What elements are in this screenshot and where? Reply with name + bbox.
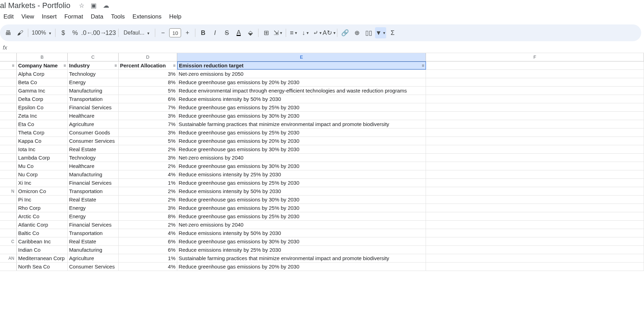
increase-font-icon[interactable]: +	[182, 27, 193, 38]
cell[interactable]: Reduce emissions intensity by 50% by 203…	[177, 229, 426, 237]
cell[interactable]: Pi Inc	[17, 196, 68, 204]
bold-icon[interactable]: B	[197, 27, 209, 38]
cell[interactable]: Reduce greenhouse gas emissions by 30% b…	[177, 112, 426, 120]
cell[interactable]: Reduce greenhouse gas emissions by 25% b…	[177, 179, 426, 187]
cell[interactable]: Reduce greenhouse gas emissions by 25% b…	[177, 128, 426, 137]
header-percent-allocation[interactable]: Percent Allocation≡	[119, 61, 177, 69]
cell[interactable]	[426, 103, 644, 111]
cell[interactable]: Reduce environmental impact through ener…	[177, 87, 426, 95]
cell[interactable]: Zeta Inc	[17, 112, 68, 120]
formula-bar[interactable]: fx	[0, 43, 644, 53]
cell[interactable]	[426, 229, 644, 237]
cell[interactable]	[426, 204, 644, 212]
text-wrap-icon[interactable]: ⤶ ▼	[312, 27, 323, 38]
menu-help[interactable]: Help	[166, 12, 185, 22]
cell[interactable]: Sustainable farming practices that minim…	[177, 120, 426, 128]
cell[interactable]: Reduce greenhouse gas emissions by 25% b…	[177, 212, 426, 220]
cell[interactable]: 3%	[119, 128, 177, 137]
cell[interactable]: Financial Services	[68, 221, 119, 229]
cell[interactable]	[426, 162, 644, 170]
cell[interactable]: Real Estate	[68, 237, 119, 245]
cell[interactable]: Real Estate	[68, 196, 119, 204]
filter-dropdown-icon[interactable]: ≡	[63, 63, 66, 68]
header-company-name[interactable]: Company Name≡	[17, 61, 68, 69]
cell[interactable]: 6%	[119, 237, 177, 245]
cell[interactable]: 1%	[119, 254, 177, 262]
percent-icon[interactable]: %	[69, 27, 81, 38]
row-number[interactable]	[0, 103, 17, 111]
font-family-dropdown[interactable]: Defaul... ▼	[121, 30, 153, 36]
row-number[interactable]: C	[0, 237, 17, 245]
row-number[interactable]	[0, 246, 17, 254]
cell[interactable]	[426, 221, 644, 229]
cell[interactable]	[426, 145, 644, 153]
cell[interactable]	[426, 187, 644, 195]
filter-icon[interactable]: ▼ ▼	[375, 27, 386, 38]
cell[interactable]: Gamma Inc	[17, 87, 68, 95]
cell[interactable]: Manufacturing	[68, 87, 119, 95]
row-number[interactable]	[0, 78, 17, 86]
cell[interactable]: Baltic Co	[17, 229, 68, 237]
cell[interactable]: Eta Co	[17, 120, 68, 128]
cell[interactable]: 2%	[119, 145, 177, 153]
functions-icon[interactable]: Σ	[387, 27, 398, 38]
cell[interactable]	[426, 87, 644, 95]
cloud-status-icon[interactable]: ☁	[103, 2, 109, 9]
cell[interactable]	[426, 170, 644, 178]
cell[interactable]: Alpha Corp	[17, 70, 68, 78]
cell[interactable]: Consumer Goods	[68, 128, 119, 137]
cell[interactable]: Technology	[68, 154, 119, 162]
select-all-corner[interactable]	[0, 53, 17, 61]
cell[interactable]: Mediterranean Corp	[17, 254, 68, 262]
cell[interactable]: Agriculture	[68, 254, 119, 262]
cell[interactable]: Net-zero emissions by 2050	[177, 70, 426, 78]
text-rotation-icon[interactable]: A↻ ▼	[324, 27, 335, 38]
cell[interactable]: Omicron Co	[17, 187, 68, 195]
cell[interactable]: Net-zero emissions by 2040	[177, 154, 426, 162]
header-empty[interactable]	[426, 61, 644, 69]
row-number[interactable]: N	[0, 187, 17, 195]
row-number[interactable]	[0, 179, 17, 187]
strikethrough-icon[interactable]: S	[221, 27, 232, 38]
cell[interactable]: Xi Inc	[17, 179, 68, 187]
cell[interactable]: Reduce greenhouse gas emissions by 30% b…	[177, 162, 426, 170]
font-size-input[interactable]: 10	[169, 28, 181, 37]
cell[interactable]: Transportation	[68, 229, 119, 237]
italic-icon[interactable]: I	[209, 27, 220, 38]
cell[interactable]: Indian Co	[17, 246, 68, 254]
insert-comment-icon[interactable]: ⊕	[351, 27, 362, 38]
cell[interactable]	[426, 137, 644, 145]
insert-link-icon[interactable]: 🔗	[339, 27, 351, 38]
cell[interactable]: Energy	[68, 212, 119, 220]
row-number[interactable]	[0, 170, 17, 178]
cell[interactable]: Reduce greenhouse gas emissions by 25% b…	[177, 103, 426, 111]
row-number[interactable]	[0, 70, 17, 78]
horizontal-align-icon[interactable]: ≡ ▼	[288, 27, 299, 38]
paint-format-icon[interactable]: 🖌	[15, 27, 26, 38]
cell[interactable]: Lambda Corp	[17, 154, 68, 162]
cell[interactable]: Arctic Co	[17, 212, 68, 220]
menu-view[interactable]: View	[18, 12, 38, 22]
row-number[interactable]	[0, 145, 17, 153]
spreadsheet-grid[interactable]: B C D E F ≡ Company Name≡ Industry≡ Perc…	[0, 53, 644, 271]
column-header-f[interactable]: F	[426, 53, 644, 61]
menu-format[interactable]: Format	[61, 12, 87, 22]
cell[interactable]: 4%	[119, 170, 177, 178]
cell[interactable]: 3%	[119, 70, 177, 78]
cell[interactable]: Kappa Co	[17, 137, 68, 145]
cell[interactable]: Healthcare	[68, 112, 119, 120]
cell[interactable]: 1%	[119, 179, 177, 187]
menu-edit[interactable]: Edit	[0, 12, 17, 22]
cell[interactable]: Reduce greenhouse gas emissions by 30% b…	[177, 196, 426, 204]
cell[interactable]: Consumer Services	[68, 137, 119, 145]
column-header-e[interactable]: E	[177, 53, 426, 61]
row-number[interactable]	[0, 263, 17, 271]
cell[interactable]: Atlantic Corp	[17, 221, 68, 229]
row-number[interactable]	[0, 221, 17, 229]
cell[interactable]	[426, 246, 644, 254]
row-number[interactable]	[0, 128, 17, 137]
cell[interactable]	[426, 196, 644, 204]
menu-tools[interactable]: Tools	[107, 12, 128, 22]
decrease-font-icon[interactable]: −	[157, 27, 169, 38]
cell[interactable]: Reduce emissions intensity by 25% by 203…	[177, 246, 426, 254]
